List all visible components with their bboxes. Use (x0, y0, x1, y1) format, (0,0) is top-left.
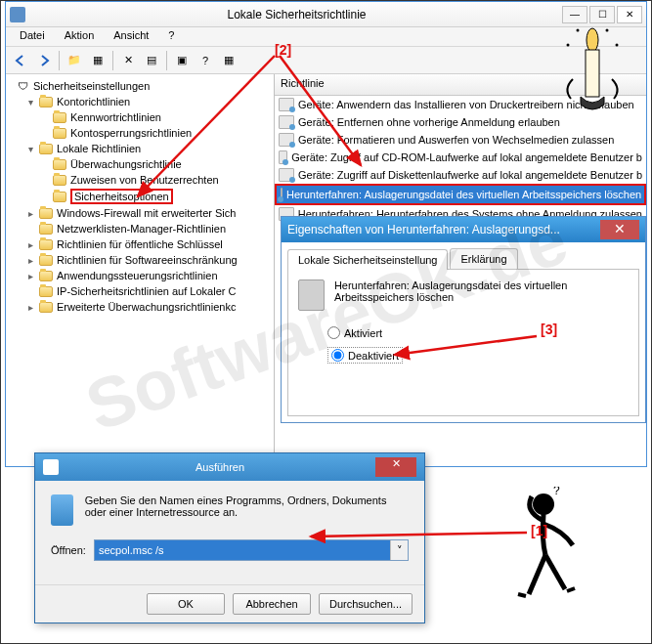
radio-disabled[interactable] (331, 349, 344, 362)
policy-icon (279, 115, 294, 129)
tree-toggle-icon[interactable] (39, 112, 49, 123)
menu-bar: Datei Aktion Ansicht ? (6, 27, 646, 47)
tree-item[interactable]: ▾Kontorichtlinien (8, 94, 272, 109)
properties-dialog: Eigenschaften von Herunterfahren: Auslag… (281, 216, 646, 423)
tab-local-setting[interactable]: Lokale Sicherheitseinstellung (287, 249, 448, 270)
policy-row[interactable]: Herunterfahren: Auslagerungsdatei des vi… (275, 184, 646, 205)
ok-button[interactable]: OK (147, 593, 225, 615)
run-title-text: Ausführen (65, 461, 375, 473)
tree-item[interactable]: ▸Richtlinien für öffentliche Schlüssel (8, 236, 272, 252)
menu-action[interactable]: Aktion (55, 27, 105, 46)
tab-explanation[interactable]: Erklärung (450, 248, 517, 269)
tree-toggle-icon[interactable]: ▾ (25, 144, 35, 154)
tree-item[interactable]: Kennwortrichtlinien (8, 109, 272, 125)
svg-point-4 (587, 28, 598, 52)
properties-close-button[interactable]: ✕ (600, 220, 639, 239)
radio-enabled[interactable] (327, 326, 340, 339)
properties-button[interactable]: ▤ (141, 50, 162, 71)
toolbar: 📁 ▦ ✕ ▤ ▣ ? ▦ (6, 47, 646, 74)
policy-row[interactable]: Geräte: Zugriff auf Diskettenlaufwerke a… (275, 166, 646, 184)
folder-icon (38, 300, 54, 314)
tree-label: Kontorichtlinien (57, 96, 130, 107)
tree-item[interactable]: Sicherheitsoptionen (8, 188, 272, 205)
properties-title-bar: Eigenschaften von Herunterfahren: Auslag… (282, 217, 645, 242)
export-button[interactable]: ▣ (171, 50, 193, 71)
tree-item[interactable]: IP-Sicherheitsrichtlinien auf Lokaler C (8, 283, 272, 299)
tree-toggle-icon[interactable]: ▸ (25, 302, 35, 313)
tree-item[interactable]: ▾Lokale Richtlinien (8, 141, 272, 156)
tree-item[interactable]: ▸Erweiterte Überwachungsrichtlinienkc (8, 299, 272, 315)
policy-row[interactable]: Geräte: Zugriff auf CD-ROM-Laufwerke auf… (275, 149, 646, 166)
tree-label: Kontosperrungsrichtlinien (70, 127, 192, 139)
tree-toggle-icon[interactable]: ▸ (25, 208, 35, 219)
open-input[interactable] (95, 540, 390, 560)
back-button[interactable] (10, 50, 31, 71)
tree-toggle-icon[interactable] (39, 128, 49, 139)
policy-label: Geräte: Zugriff auf CD-ROM-Laufwerke auf… (291, 151, 642, 163)
policy-icon (279, 168, 294, 182)
folder-icon (52, 190, 67, 203)
annotation-1: [1] (531, 523, 547, 538)
tree-toggle-icon[interactable]: ▾ (25, 97, 35, 107)
up-button[interactable]: 📁 (64, 50, 85, 71)
policy-row[interactable]: Geräte: Formatieren und Auswerfen von We… (275, 131, 646, 149)
tree-pane[interactable]: 🛡 Sicherheitseinstellungen ▾Kontorichtli… (6, 74, 275, 464)
policy-label: Geräte: Entfernen ohne vorherige Anmeldu… (298, 116, 560, 128)
policy-icon (279, 150, 287, 164)
run-app-icon (51, 494, 73, 526)
forward-button[interactable] (33, 50, 55, 71)
svg-point-7 (606, 29, 609, 32)
tree-toggle-icon[interactable]: ▸ (25, 255, 35, 266)
tree-toggle-icon[interactable]: ▸ (25, 239, 35, 250)
tree-label: Richtlinien für Softwareeinschränkung (57, 254, 238, 266)
properties-title: Eigenschaften von Herunterfahren: Auslag… (287, 223, 600, 236)
tree-toggle-icon[interactable] (25, 286, 35, 297)
run-title-bar: Ausführen ✕ (35, 453, 424, 481)
tree-item[interactable]: Netzwerklisten-Manager-Richtlinien (8, 221, 272, 236)
help-button[interactable]: ▦ (218, 50, 239, 71)
window-title: Lokale Sicherheitsrichtlinie (31, 8, 562, 21)
open-combobox[interactable]: ˅ (94, 539, 409, 561)
run-close-button[interactable]: ✕ (375, 457, 416, 477)
tree-item[interactable]: ▸Richtlinien für Softwareeinschränkung (8, 252, 272, 268)
folder-icon (38, 206, 54, 220)
tree-item[interactable]: Kontosperrungsrichtlinien (8, 125, 272, 141)
tree-toggle-icon[interactable] (25, 224, 35, 235)
folder-icon (52, 110, 67, 124)
tree-toggle-icon[interactable] (39, 192, 49, 202)
tree-toggle-icon[interactable] (39, 175, 49, 186)
title-bar: Lokale Sicherheitsrichtlinie — ☐ ✕ (6, 2, 646, 27)
tree-toggle-icon[interactable]: ▸ (25, 271, 35, 281)
show-hide-button[interactable]: ▦ (87, 50, 109, 71)
cancel-button[interactable]: Abbrechen (233, 593, 311, 615)
folder-icon (52, 173, 67, 187)
policy-label: Herunterfahren: Auslagerungsdatei des vi… (286, 189, 641, 200)
folder-icon (52, 157, 67, 171)
delete-button[interactable]: ✕ (117, 50, 139, 71)
browse-button[interactable]: Durchsuchen... (319, 593, 413, 615)
tree-item[interactable]: ▸Anwendungssteuerungsrichtlinien (8, 268, 272, 283)
tree-label: Windows-Firewall mit erweiterter Sich (57, 207, 236, 219)
tree-toggle-icon[interactable] (39, 159, 49, 170)
policy-icon (298, 279, 325, 311)
menu-help[interactable]: ? (158, 27, 184, 46)
candle-icon (553, 21, 631, 128)
policy-description: Herunterfahren: Auslagerungsdatei des vi… (334, 279, 629, 303)
svg-point-10 (533, 494, 554, 515)
tree-item[interactable]: Überwachungsrichtlinie (8, 156, 272, 172)
tree-root[interactable]: 🛡 Sicherheitseinstellungen (8, 78, 272, 94)
refresh-button[interactable]: ? (195, 50, 216, 71)
tree-label: Anwendungssteuerungsrichtlinien (57, 270, 218, 281)
policy-label: Geräte: Formatieren und Auswerfen von We… (298, 134, 614, 146)
annotation-2: [2] (275, 42, 291, 58)
svg-point-6 (577, 29, 580, 32)
menu-view[interactable]: Ansicht (104, 27, 158, 46)
combobox-arrow-icon[interactable]: ˅ (390, 540, 408, 560)
tree-label: Netzwerklisten-Manager-Richtlinien (57, 223, 226, 235)
tree-label: Richtlinien für öffentliche Schlüssel (57, 238, 223, 250)
tree-item[interactable]: Zuweisen von Benutzerrechten (8, 172, 272, 188)
tree-item[interactable]: ▸Windows-Firewall mit erweiterter Sich (8, 205, 272, 221)
label-disabled: Deaktiviert (348, 350, 399, 362)
folder-icon (38, 269, 54, 282)
menu-file[interactable]: Datei (10, 27, 55, 46)
